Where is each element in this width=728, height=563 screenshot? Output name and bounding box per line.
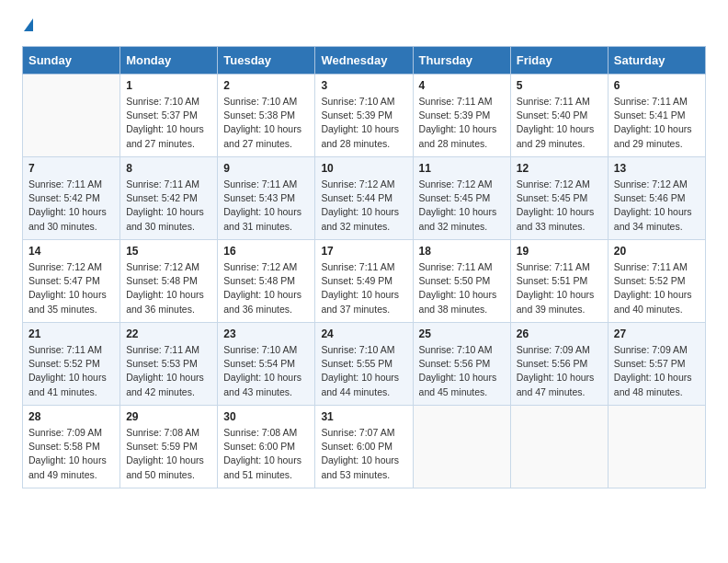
calendar-cell: 14 Sunrise: 7:12 AM Sunset: 5:47 PM Dayl…: [23, 240, 120, 323]
sunset-text: Sunset: 5:50 PM: [419, 275, 491, 286]
day-number: 7: [28, 162, 114, 175]
sunset-text: Sunset: 5:42 PM: [28, 192, 100, 203]
sunrise-text: Sunrise: 7:12 AM: [419, 178, 493, 190]
sunrise-text: Sunrise: 7:12 AM: [223, 261, 297, 272]
day-number: 11: [419, 162, 505, 175]
cell-content: Sunrise: 7:11 AM Sunset: 5:52 PM Dayligh…: [28, 343, 114, 399]
logo: [22, 18, 33, 31]
cell-content: Sunrise: 7:12 AM Sunset: 5:45 PM Dayligh…: [419, 178, 505, 234]
cell-content: Sunrise: 7:12 AM Sunset: 5:48 PM Dayligh…: [223, 260, 309, 316]
calendar-cell: 21 Sunrise: 7:11 AM Sunset: 5:52 PM Dayl…: [23, 323, 120, 406]
cell-content: Sunrise: 7:09 AM Sunset: 5:57 PM Dayligh…: [614, 343, 700, 399]
cell-content: Sunrise: 7:12 AM Sunset: 5:46 PM Dayligh…: [614, 178, 700, 234]
cell-content: Sunrise: 7:11 AM Sunset: 5:40 PM Dayligh…: [517, 95, 602, 151]
calendar-body: 1 Sunrise: 7:10 AM Sunset: 5:37 PM Dayli…: [23, 75, 706, 488]
calendar-table: SundayMondayTuesdayWednesdayThursdayFrid…: [22, 46, 706, 488]
daylight-text: Daylight: 10 hours and 53 minutes.: [321, 454, 399, 479]
calendar-week-2: 7 Sunrise: 7:11 AM Sunset: 5:42 PM Dayli…: [23, 157, 706, 240]
sunrise-text: Sunrise: 7:12 AM: [28, 261, 102, 272]
day-number: 9: [223, 162, 309, 175]
sunrise-text: Sunrise: 7:11 AM: [517, 261, 590, 272]
daylight-text: Daylight: 10 hours and 34 minutes.: [614, 206, 692, 231]
cell-content: Sunrise: 7:11 AM Sunset: 5:43 PM Dayligh…: [223, 178, 309, 234]
calendar-header-row: SundayMondayTuesdayWednesdayThursdayFrid…: [23, 47, 706, 75]
daylight-text: Daylight: 10 hours and 36 minutes.: [126, 289, 204, 314]
calendar-cell: 6 Sunrise: 7:11 AM Sunset: 5:41 PM Dayli…: [608, 75, 705, 157]
daylight-text: Daylight: 10 hours and 42 minutes.: [126, 372, 204, 396]
daylight-text: Daylight: 10 hours and 27 minutes.: [223, 123, 301, 148]
sunset-text: Sunset: 5:37 PM: [126, 109, 198, 121]
header-wednesday: Wednesday: [315, 47, 413, 75]
cell-content: Sunrise: 7:12 AM Sunset: 5:45 PM Dayligh…: [517, 178, 602, 234]
calendar-week-1: 1 Sunrise: 7:10 AM Sunset: 5:37 PM Dayli…: [23, 75, 706, 157]
calendar-cell: 25 Sunrise: 7:10 AM Sunset: 5:56 PM Dayl…: [413, 323, 510, 406]
calendar-cell: [413, 406, 510, 488]
daylight-text: Daylight: 10 hours and 28 minutes.: [419, 123, 497, 148]
header-friday: Friday: [510, 47, 608, 75]
cell-content: Sunrise: 7:08 AM Sunset: 5:59 PM Dayligh…: [126, 426, 211, 482]
sunset-text: Sunset: 5:56 PM: [517, 358, 588, 369]
daylight-text: Daylight: 10 hours and 50 minutes.: [126, 454, 204, 479]
daylight-text: Daylight: 10 hours and 43 minutes.: [223, 372, 301, 396]
day-number: 17: [321, 245, 406, 258]
day-number: 23: [223, 327, 309, 340]
day-number: 3: [321, 79, 406, 92]
daylight-text: Daylight: 10 hours and 49 minutes.: [28, 454, 107, 479]
daylight-text: Daylight: 10 hours and 30 minutes.: [28, 206, 107, 231]
sunrise-text: Sunrise: 7:11 AM: [517, 96, 590, 107]
sunrise-text: Sunrise: 7:11 AM: [321, 261, 394, 272]
calendar-cell: 20 Sunrise: 7:11 AM Sunset: 5:52 PM Dayl…: [608, 240, 705, 323]
sunset-text: Sunset: 5:48 PM: [223, 275, 295, 286]
cell-content: Sunrise: 7:11 AM Sunset: 5:51 PM Dayligh…: [517, 260, 602, 316]
sunrise-text: Sunrise: 7:09 AM: [517, 344, 590, 355]
calendar-cell: 18 Sunrise: 7:11 AM Sunset: 5:50 PM Dayl…: [413, 240, 510, 323]
sunset-text: Sunset: 5:54 PM: [223, 358, 295, 369]
day-number: 1: [126, 79, 211, 92]
daylight-text: Daylight: 10 hours and 44 minutes.: [321, 372, 399, 396]
calendar-cell: 10 Sunrise: 7:12 AM Sunset: 5:44 PM Dayl…: [315, 157, 413, 240]
day-number: 2: [223, 79, 309, 92]
cell-content: Sunrise: 7:10 AM Sunset: 5:39 PM Dayligh…: [321, 95, 406, 151]
day-number: 16: [223, 245, 309, 258]
cell-content: Sunrise: 7:12 AM Sunset: 5:47 PM Dayligh…: [28, 260, 114, 316]
sunset-text: Sunset: 5:41 PM: [614, 109, 686, 121]
cell-content: Sunrise: 7:12 AM Sunset: 5:48 PM Dayligh…: [126, 260, 211, 316]
sunset-text: Sunset: 5:38 PM: [223, 109, 295, 121]
daylight-text: Daylight: 10 hours and 36 minutes.: [223, 289, 301, 314]
sunset-text: Sunset: 5:52 PM: [28, 358, 100, 369]
day-number: 5: [517, 79, 602, 92]
calendar-cell: 5 Sunrise: 7:11 AM Sunset: 5:40 PM Dayli…: [510, 75, 608, 157]
cell-content: Sunrise: 7:10 AM Sunset: 5:56 PM Dayligh…: [419, 343, 505, 399]
sunrise-text: Sunrise: 7:10 AM: [223, 96, 297, 107]
daylight-text: Daylight: 10 hours and 33 minutes.: [517, 206, 595, 231]
daylight-text: Daylight: 10 hours and 31 minutes.: [223, 206, 301, 231]
sunset-text: Sunset: 5:49 PM: [321, 275, 392, 286]
daylight-text: Daylight: 10 hours and 48 minutes.: [614, 372, 692, 396]
sunset-text: Sunset: 5:53 PM: [126, 358, 198, 369]
header-monday: Monday: [120, 47, 218, 75]
calendar-cell: 22 Sunrise: 7:11 AM Sunset: 5:53 PM Dayl…: [120, 323, 218, 406]
cell-content: Sunrise: 7:11 AM Sunset: 5:53 PM Dayligh…: [126, 343, 211, 399]
day-number: 18: [419, 245, 505, 258]
calendar-cell: 9 Sunrise: 7:11 AM Sunset: 5:43 PM Dayli…: [218, 157, 315, 240]
sunset-text: Sunset: 5:56 PM: [419, 358, 491, 369]
day-number: 22: [126, 327, 211, 340]
sunset-text: Sunset: 5:45 PM: [517, 192, 588, 203]
cell-content: Sunrise: 7:10 AM Sunset: 5:55 PM Dayligh…: [321, 343, 406, 399]
calendar-cell: 2 Sunrise: 7:10 AM Sunset: 5:38 PM Dayli…: [218, 75, 315, 157]
daylight-text: Daylight: 10 hours and 45 minutes.: [419, 372, 497, 396]
sunset-text: Sunset: 6:00 PM: [223, 441, 295, 452]
calendar-week-4: 21 Sunrise: 7:11 AM Sunset: 5:52 PM Dayl…: [23, 323, 706, 406]
cell-content: Sunrise: 7:11 AM Sunset: 5:50 PM Dayligh…: [419, 260, 505, 316]
calendar-cell: [510, 406, 608, 488]
sunrise-text: Sunrise: 7:11 AM: [419, 96, 493, 107]
sunset-text: Sunset: 5:42 PM: [126, 192, 198, 203]
cell-content: Sunrise: 7:11 AM Sunset: 5:52 PM Dayligh…: [614, 260, 700, 316]
day-number: 10: [321, 162, 406, 175]
sunrise-text: Sunrise: 7:11 AM: [28, 178, 102, 190]
cell-content: Sunrise: 7:11 AM Sunset: 5:41 PM Dayligh…: [614, 95, 700, 151]
cell-content: Sunrise: 7:10 AM Sunset: 5:54 PM Dayligh…: [223, 343, 309, 399]
calendar-cell: 28 Sunrise: 7:09 AM Sunset: 5:58 PM Dayl…: [23, 406, 120, 488]
calendar-cell: 1 Sunrise: 7:10 AM Sunset: 5:37 PM Dayli…: [120, 75, 218, 157]
calendar-cell: 31 Sunrise: 7:07 AM Sunset: 6:00 PM Dayl…: [315, 406, 413, 488]
